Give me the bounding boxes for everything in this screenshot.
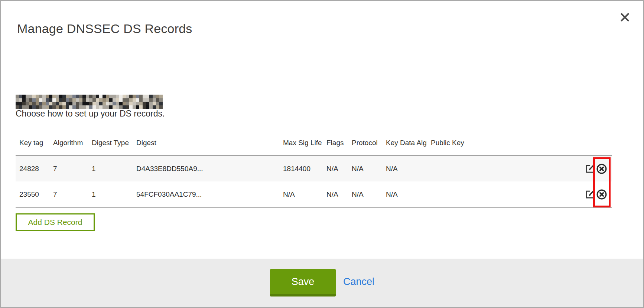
cell-actions (579, 155, 612, 181)
cell-protocol: N/A (348, 155, 382, 181)
manage-dnssec-ds-records-dialog: Manage DNSSEC DS Records Choose how to s… (0, 0, 644, 308)
cell-flags: N/A (323, 155, 348, 181)
table-row: 24828 7 1 D4A33E8DD550A9... 1814400 N/A … (16, 155, 612, 181)
delete-circle-x-icon (596, 170, 607, 176)
edit-record-button[interactable] (585, 189, 595, 199)
cancel-link[interactable]: Cancel (343, 276, 374, 288)
close-icon (619, 18, 630, 24)
cell-digest-type: 1 (88, 181, 133, 207)
cell-protocol: N/A (348, 181, 382, 207)
cell-max-sig-life: N/A (279, 181, 323, 207)
cell-key-tag: 24828 (16, 155, 49, 181)
col-header-key-data-alg: Key Data Alg (382, 138, 427, 155)
edit-record-button[interactable] (585, 164, 595, 174)
col-header-protocol: Protocol (348, 138, 382, 155)
cell-key-data-alg: N/A (382, 181, 427, 207)
cell-algorithm: 7 (49, 155, 88, 181)
cell-key-data-alg: N/A (382, 155, 427, 181)
col-header-algorithm: Algorithm (49, 138, 88, 155)
ds-records-table: Key tag Algorithm Digest Type Digest Max… (16, 138, 612, 208)
dialog-title: Manage DNSSEC DS Records (17, 22, 192, 36)
save-button[interactable]: Save (270, 269, 336, 296)
cell-max-sig-life: 1814400 (279, 155, 323, 181)
edit-pencil-square-icon (585, 195, 595, 200)
cell-public-key (427, 181, 579, 207)
edit-pencil-square-icon (585, 169, 595, 175)
cell-digest-type: 1 (88, 155, 133, 181)
table-header-row: Key tag Algorithm Digest Type Digest Max… (16, 138, 612, 155)
redacted-domain-name (16, 95, 163, 109)
col-header-public-key: Public Key (427, 138, 579, 155)
col-header-actions (579, 138, 612, 155)
dialog-footer: Save Cancel (1, 259, 643, 308)
col-header-max-sig-life: Max Sig Life (279, 138, 323, 155)
cell-key-tag: 23550 (16, 181, 49, 207)
cell-digest: D4A33E8DD550A9... (133, 155, 279, 181)
delete-record-button[interactable] (596, 163, 607, 174)
cell-algorithm: 7 (49, 181, 88, 207)
cell-flags: N/A (323, 181, 348, 207)
table-row: 23550 7 1 54FCF030AA1C79... N/A N/A N/A … (16, 181, 612, 207)
delete-circle-x-icon (596, 196, 607, 201)
col-header-key-tag: Key tag (16, 138, 49, 155)
cell-actions (579, 181, 612, 207)
col-header-flags: Flags (323, 138, 348, 155)
col-header-digest-type: Digest Type (88, 138, 133, 155)
delete-record-button[interactable] (596, 189, 607, 200)
add-ds-record-button[interactable]: Add DS Record (16, 213, 95, 231)
intro-text: Choose how to set up your DS records. (16, 109, 165, 119)
close-button[interactable] (619, 11, 631, 23)
col-header-digest: Digest (133, 138, 279, 155)
cell-digest: 54FCF030AA1C79... (133, 181, 279, 207)
cell-public-key (427, 155, 579, 181)
